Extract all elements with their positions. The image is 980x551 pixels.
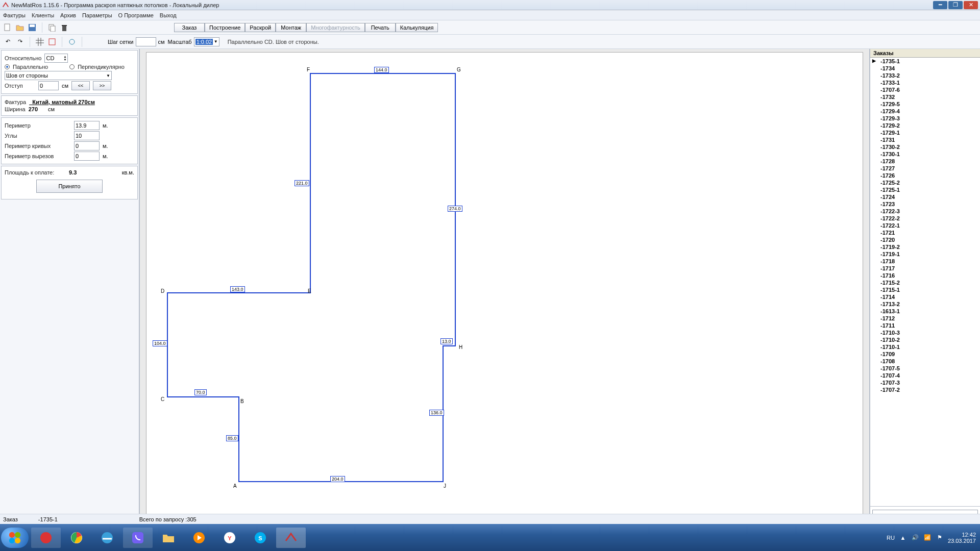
seam-select[interactable]: Шов от стороны▼ bbox=[5, 71, 112, 80]
canvas-area[interactable]: F G E D C B A J H 144.0 221.0 274.0 143.… bbox=[140, 49, 870, 534]
task-explorer[interactable] bbox=[154, 528, 183, 548]
task-media[interactable] bbox=[184, 528, 214, 548]
order-item[interactable]: -1712 bbox=[870, 315, 980, 322]
menu-exit[interactable]: Выход bbox=[160, 12, 177, 18]
snap-icon[interactable] bbox=[47, 37, 57, 46]
order-item[interactable]: -1708 bbox=[870, 358, 980, 365]
order-item[interactable]: -1716 bbox=[870, 272, 980, 279]
menu-archive[interactable]: Архив bbox=[60, 12, 76, 18]
tab-print[interactable]: Печать bbox=[365, 23, 396, 32]
order-item[interactable]: -1723 bbox=[870, 201, 980, 208]
order-item[interactable]: -1730-2 bbox=[870, 143, 980, 151]
order-item[interactable]: -1717 bbox=[870, 265, 980, 272]
tray-up-icon[interactable]: ▲ bbox=[899, 534, 907, 542]
order-item[interactable]: -1710-1 bbox=[870, 343, 980, 350]
order-item[interactable]: -1707-4 bbox=[870, 372, 980, 379]
relative-spinner[interactable]: CD▲▼ bbox=[44, 54, 68, 63]
order-item[interactable]: -1709 bbox=[870, 350, 980, 358]
order-item[interactable]: -1729-4 bbox=[870, 108, 980, 115]
task-yandex[interactable]: Y bbox=[215, 528, 244, 548]
tab-build[interactable]: Построение bbox=[205, 23, 245, 32]
tray-network-icon[interactable]: 📶 bbox=[923, 534, 932, 542]
save-icon[interactable] bbox=[28, 23, 37, 32]
tray-flag-icon[interactable]: ⚑ bbox=[936, 534, 944, 542]
tray-clock[interactable]: 12:42 23.03.2017 bbox=[948, 532, 976, 544]
accept-button[interactable]: Принято bbox=[36, 180, 103, 193]
order-item[interactable]: -1715-1 bbox=[870, 286, 980, 293]
order-item[interactable]: -1719-1 bbox=[870, 251, 980, 258]
tool-icon[interactable] bbox=[67, 37, 77, 46]
order-item[interactable]: -1731 bbox=[870, 136, 980, 143]
order-item[interactable]: -1715-2 bbox=[870, 279, 980, 286]
order-item[interactable]: -1735-1 bbox=[870, 58, 980, 65]
order-item[interactable]: -1707-3 bbox=[870, 379, 980, 386]
new-icon[interactable] bbox=[3, 23, 12, 32]
order-item[interactable]: -1707-5 bbox=[870, 365, 980, 372]
order-item[interactable]: -1722-3 bbox=[870, 208, 980, 215]
tab-cut[interactable]: Раскрой bbox=[245, 23, 276, 32]
offset-next[interactable]: >> bbox=[93, 81, 111, 90]
menu-factures[interactable]: Фактуры bbox=[3, 12, 26, 18]
order-item[interactable]: -1613-1 bbox=[870, 308, 980, 315]
task-app1[interactable] bbox=[31, 528, 61, 548]
order-item[interactable]: -1710-3 bbox=[870, 329, 980, 336]
order-item[interactable]: -1719-2 bbox=[870, 243, 980, 251]
order-item[interactable]: -1714 bbox=[870, 293, 980, 300]
order-item[interactable]: -1730-1 bbox=[870, 151, 980, 158]
order-item[interactable]: -1724 bbox=[870, 193, 980, 201]
task-viber[interactable] bbox=[123, 528, 153, 548]
drawing-canvas[interactable]: F G E D C B A J H 144.0 221.0 274.0 143.… bbox=[146, 52, 863, 531]
order-item[interactable]: -1720 bbox=[870, 236, 980, 243]
order-item[interactable]: -1728 bbox=[870, 158, 980, 165]
scale-combo[interactable]: 1:0.02▼ bbox=[194, 37, 219, 46]
grid-icon[interactable] bbox=[35, 37, 44, 46]
order-item[interactable]: -1729-2 bbox=[870, 122, 980, 129]
minimize-button[interactable]: ━ bbox=[933, 1, 947, 9]
menu-params[interactable]: Параметры bbox=[82, 12, 112, 18]
order-item[interactable]: -1729-5 bbox=[870, 101, 980, 108]
menu-clients[interactable]: Клиенты bbox=[32, 12, 54, 18]
maximize-button[interactable]: ❐ bbox=[948, 1, 963, 9]
task-skype[interactable]: S bbox=[246, 528, 275, 548]
tab-calc[interactable]: Калькуляция bbox=[396, 23, 438, 32]
order-item[interactable]: -1711 bbox=[870, 322, 980, 329]
tab-order[interactable]: Заказ bbox=[174, 23, 205, 32]
order-item[interactable]: -1726 bbox=[870, 172, 980, 179]
order-item[interactable]: -1725-2 bbox=[870, 179, 980, 186]
order-item[interactable]: -1707-2 bbox=[870, 386, 980, 393]
order-item[interactable]: -1729-1 bbox=[870, 129, 980, 136]
order-item[interactable]: -1727 bbox=[870, 165, 980, 172]
order-item[interactable]: -1718 bbox=[870, 258, 980, 265]
order-item[interactable]: -1732 bbox=[870, 93, 980, 101]
tray-lang[interactable]: RU bbox=[887, 535, 895, 541]
order-item[interactable]: -1734 bbox=[870, 65, 980, 72]
order-item[interactable]: -1713-2 bbox=[870, 300, 980, 308]
radio-parallel[interactable] bbox=[5, 64, 10, 69]
menu-about[interactable]: О Программе bbox=[118, 12, 154, 18]
order-item[interactable]: -1722-1 bbox=[870, 222, 980, 229]
order-item[interactable]: -1733-1 bbox=[870, 79, 980, 86]
copy-icon[interactable] bbox=[47, 23, 57, 32]
task-current[interactable] bbox=[276, 528, 306, 548]
open-icon[interactable] bbox=[15, 23, 24, 32]
delete-icon[interactable] bbox=[60, 23, 69, 32]
order-item[interactable]: -1721 bbox=[870, 229, 980, 236]
start-button[interactable] bbox=[1, 528, 29, 548]
close-button[interactable]: ✕ bbox=[964, 1, 978, 9]
grid-step-input[interactable] bbox=[136, 37, 156, 46]
tray-volume-icon[interactable]: 🔊 bbox=[911, 534, 919, 542]
tab-mount[interactable]: Монтаж bbox=[276, 23, 306, 32]
orders-list[interactable]: -1735-1-1734-1733-2-1733-1-1707-6-1732-1… bbox=[870, 58, 980, 506]
order-item[interactable]: -1710-2 bbox=[870, 336, 980, 343]
offset-input[interactable] bbox=[38, 81, 59, 90]
redo-icon[interactable]: ↷ bbox=[15, 37, 24, 46]
order-item[interactable]: -1725-1 bbox=[870, 186, 980, 193]
order-item[interactable]: -1733-2 bbox=[870, 72, 980, 79]
order-item[interactable]: -1722-2 bbox=[870, 215, 980, 222]
radio-perp[interactable] bbox=[69, 64, 75, 69]
offset-prev[interactable]: << bbox=[71, 81, 90, 90]
task-chrome[interactable] bbox=[62, 528, 91, 548]
order-item[interactable]: -1707-6 bbox=[870, 86, 980, 93]
undo-icon[interactable]: ↶ bbox=[3, 37, 12, 46]
task-ie[interactable] bbox=[92, 528, 122, 548]
